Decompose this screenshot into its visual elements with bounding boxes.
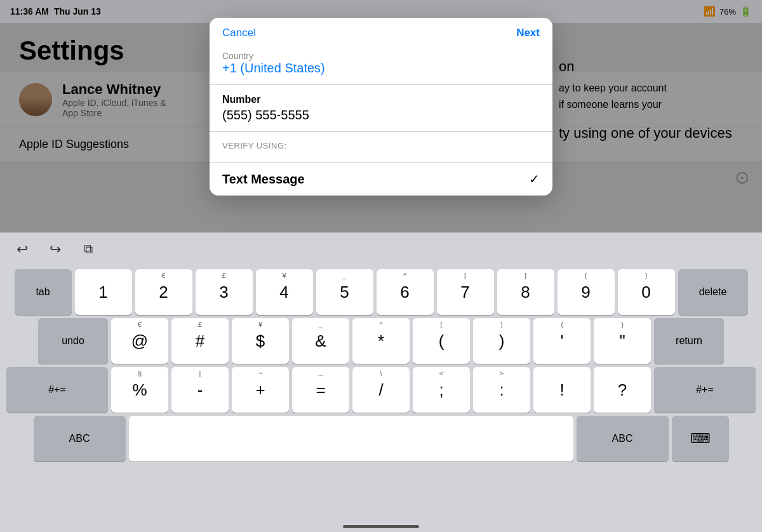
number-section: Number (555) 555-5555 — [210, 85, 552, 132]
key-hash-sub: £ — [198, 321, 202, 328]
key-semicolon-label: ; — [439, 382, 443, 398]
keyboard: tab 1 € 2 £ 3 ¥ 4 _ 5 ^ 6 [ 7 ] — [0, 265, 762, 532]
return-key[interactable]: return — [654, 318, 724, 364]
key-2[interactable]: € 2 — [135, 269, 192, 315]
key-question-label: ? — [618, 382, 627, 398]
space-key[interactable] — [129, 416, 573, 462]
key-amp[interactable]: _ & — [292, 318, 349, 364]
key-dash-label: - — [197, 382, 203, 398]
verify-label: VERIFY USING: — [222, 141, 540, 150]
key-0-label: 0 — [641, 284, 650, 300]
key-plus[interactable]: ~ + — [232, 367, 289, 413]
key-semicolon[interactable]: < ; — [413, 367, 470, 413]
tab-label: tab — [36, 286, 50, 298]
key-6-sub: ^ — [403, 272, 406, 279]
key-6[interactable]: ^ 6 — [377, 269, 434, 315]
copy-toolbar-button[interactable]: ⧉ — [76, 237, 100, 262]
key-lparen-label: ( — [439, 333, 444, 349]
delete-label: delete — [699, 286, 727, 298]
key-question[interactable]: ? — [594, 367, 651, 413]
key-dash-sub: | — [199, 370, 201, 377]
abc-key[interactable]: ABC — [34, 416, 126, 462]
delete-key[interactable]: delete — [678, 269, 748, 315]
undo-icon: ↩ — [17, 241, 28, 258]
key-colon[interactable]: > : — [473, 367, 530, 413]
key-1-label: 1 — [98, 284, 107, 300]
key-squote[interactable]: { ' — [533, 318, 591, 364]
key-5-label: 5 — [340, 284, 349, 300]
key-dollar[interactable]: ¥ $ — [232, 318, 289, 364]
key-3-sub: £ — [222, 272, 225, 279]
key-colon-sub: > — [500, 370, 504, 377]
emoji-icon: ⌨ — [690, 430, 711, 447]
redo-toolbar-button[interactable]: ↪ — [43, 237, 67, 262]
key-colon-label: : — [499, 382, 504, 398]
key-2-sub: € — [161, 272, 165, 279]
key-8-sub: ] — [525, 272, 526, 279]
key-star-label: * — [378, 333, 384, 349]
key-dollar-sub: ¥ — [258, 321, 262, 328]
key-star[interactable]: ^ * — [352, 318, 410, 364]
key-exclaim[interactable]: ! — [533, 367, 591, 413]
key-equals-sub: ... — [318, 370, 323, 377]
key-4-sub: ¥ — [282, 272, 286, 279]
key-9-sub: { — [585, 272, 587, 279]
key-exclaim-label: ! — [559, 382, 564, 398]
key-3[interactable]: £ 3 — [196, 269, 253, 315]
key-7-sub: [ — [464, 272, 466, 279]
verify-section: VERIFY USING: — [210, 132, 552, 163]
key-1[interactable]: 1 — [75, 269, 132, 315]
key-pct[interactable]: § % — [111, 367, 168, 413]
key-7[interactable]: [ 7 — [437, 269, 494, 315]
keyboard-row-bottom: ABC ABC ⌨ — [3, 416, 759, 462]
shift-label: #+= — [48, 384, 66, 396]
key-4[interactable]: ¥ 4 — [256, 269, 313, 315]
key-slash-sub: \ — [380, 370, 382, 377]
method-section[interactable]: Text Message ✓ — [210, 163, 552, 196]
key-at[interactable]: € @ — [111, 318, 168, 364]
key-0[interactable]: } 0 — [618, 269, 675, 315]
key-amp-sub: _ — [319, 321, 323, 328]
keyboard-row-symbols: undo € @ £ # ¥ $ _ & ^ * [ ( ] ) — [3, 318, 759, 364]
key-rparen[interactable]: ] ) — [473, 318, 530, 364]
key-squote-sub: { — [561, 321, 563, 328]
key-rparen-label: ) — [499, 333, 505, 349]
shift2-key[interactable]: #+= — [654, 367, 756, 413]
abc2-label: ABC — [612, 433, 633, 444]
key-5-sub: _ — [342, 272, 346, 279]
key-plus-label: + — [255, 382, 265, 398]
modal-dialog: Cancel Next Country +1 (United States) N… — [210, 18, 552, 196]
shift2-label: #+= — [696, 384, 714, 396]
key-5[interactable]: _ 5 — [316, 269, 373, 315]
key-plus-sub: ~ — [258, 370, 262, 377]
key-equals[interactable]: ... = — [292, 367, 349, 413]
home-indicator — [343, 525, 419, 528]
copy-icon: ⧉ — [84, 242, 93, 256]
key-8[interactable]: ] 8 — [497, 269, 554, 315]
key-pct-sub: § — [138, 370, 142, 377]
key-dash[interactable]: | - — [171, 367, 229, 413]
key-hash-label: # — [196, 333, 204, 349]
key-slash[interactable]: \ / — [352, 367, 410, 413]
method-name: Text Message — [222, 172, 305, 187]
modal-nav: Cancel Next — [210, 18, 552, 46]
cancel-button[interactable]: Cancel — [222, 27, 256, 39]
shift-key[interactable]: #+= — [6, 367, 108, 413]
keyboard-row-special: #+= § % | - ~ + ... = \ / < ; > : — [3, 367, 759, 413]
key-2-label: 2 — [159, 284, 168, 300]
key-dquote-label: " — [619, 333, 625, 349]
abc2-key[interactable]: ABC — [577, 416, 669, 462]
keyboard-row-numbers: tab 1 € 2 £ 3 ¥ 4 _ 5 ^ 6 [ 7 ] — [3, 269, 759, 315]
key-amp-label: & — [315, 333, 326, 349]
key-lparen[interactable]: [ ( — [413, 318, 470, 364]
tab-key[interactable]: tab — [15, 269, 72, 315]
key-dquote[interactable]: } " — [594, 318, 651, 364]
next-button[interactable]: Next — [516, 27, 540, 39]
key-hash[interactable]: £ # — [171, 318, 229, 364]
number-value: (555) 555-5555 — [222, 108, 540, 123]
key-9[interactable]: { 9 — [558, 269, 615, 315]
undo-toolbar-button[interactable]: ↩ — [10, 237, 34, 262]
country-label: Country — [222, 51, 540, 61]
undo-key[interactable]: undo — [38, 318, 108, 364]
emoji-key[interactable]: ⌨ — [672, 416, 729, 462]
